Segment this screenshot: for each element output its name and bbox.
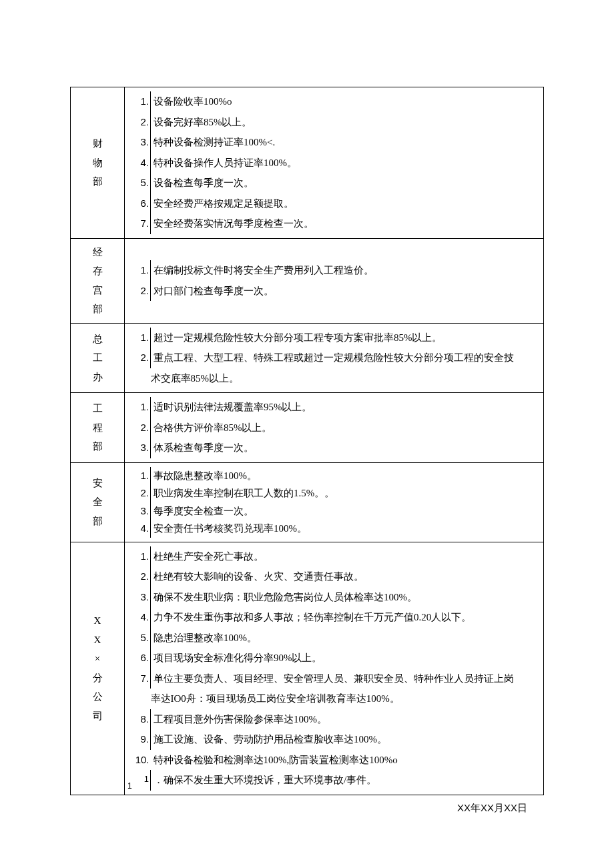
dept-char: 公: [75, 687, 120, 707]
list-item: 1.适时识别法律法规覆盖率95%以上。: [129, 397, 539, 418]
list-item: 6.项目现场安全标准化得分率90%以上。: [129, 648, 539, 669]
item-number: 2.: [129, 348, 151, 368]
dept-char: 工: [75, 399, 120, 418]
item-text-cont: 率达IO0舟：项目现场员工岗位安全培训教育率达100%。: [151, 689, 540, 709]
item-text: 确保不发生职业病：职业危险危害岗位人员体检率达100%。: [151, 587, 540, 608]
item-number: 1.: [129, 328, 151, 348]
dept-char: 程: [75, 418, 120, 438]
item-text: 设备险收率100%o: [151, 91, 540, 112]
item-number: 7.: [129, 669, 151, 689]
dept-char: 工: [75, 348, 120, 368]
list-item: 4.力争不发生重伤事故和多人事故；轻伤率控制在千万元产值0.20人以下。: [129, 607, 539, 628]
item-number: 2.: [129, 484, 151, 502]
item-list: 1.设备险收率100%o2.设备完好率85%以上。3.特种设备检测持证率100%…: [129, 91, 539, 234]
list-item: 7.安全经费落实情况每季度检查一次。: [129, 213, 539, 234]
dept-char: 部: [75, 437, 120, 456]
list-item: 10.特种设备检验和检测率达100%,防雷装置检测率达100%o: [129, 750, 539, 771]
table-row: 安全部1.事故隐患整改率100%。2.职业病发生率控制在职工人数的1.5%。。3…: [71, 462, 544, 542]
item-number: 4.: [129, 153, 151, 173]
item-number: 2.: [129, 281, 151, 302]
list-item-cont: 率达IO0舟：项目现场员工岗位安全培训教育率达100%。: [129, 689, 539, 709]
item-number: 6.: [129, 648, 151, 669]
item-number: 8.: [129, 709, 151, 730]
item-text: 职业病发生率控制在职工人数的1.5%。。: [151, 484, 540, 502]
dept-char: 司: [75, 707, 120, 726]
item-number: 4.: [129, 520, 151, 538]
list-item: 4.特种设备操作人员持证率100%。: [129, 153, 539, 173]
item-text: 力争不发生重伤事故和多人事故；轻伤率控制在千万元产值0.20人以下。: [151, 607, 540, 628]
list-item: 2.职业病发生率控制在职工人数的1.5%。。: [129, 484, 539, 502]
item-number: 6.: [129, 193, 151, 214]
dept-char: 总: [75, 330, 120, 349]
item-number: 2.: [129, 418, 151, 438]
content-cell: 1.事故隐患整改率100%。2.职业病发生率控制在职工人数的1.5%。。3.每季…: [125, 462, 544, 542]
list-item: 6.安全经费严格按规定足额提取。: [129, 193, 539, 214]
item-text: 安全经费落实情况每季度检查一次。: [151, 213, 540, 234]
main-table: 财物部1.设备险收率100%o2.设备完好率85%以上。3.特种设备检测持证率1…: [70, 87, 544, 795]
dept-cell: 安全部: [71, 462, 125, 542]
item-text: 每季度安全检查一次。: [151, 502, 540, 520]
dept-char: 部: [75, 300, 120, 319]
list-item: 1.杜绝生产安全死亡事故。: [129, 546, 539, 567]
item-number: 2.: [129, 112, 151, 133]
item-text: 项目现场安全标准化得分率90%以上。: [151, 648, 540, 669]
item-number: 4.: [129, 607, 151, 628]
item-text: 事故隐患整改率100%。: [151, 467, 540, 485]
item-text: 工程项目意外伤害保险参保率达100%。: [151, 709, 540, 730]
item-text: 超过一定规模危险性较大分部分项工程专项方案审批率85%以上。: [151, 328, 540, 348]
list-item: 8.工程项目意外伤害保险参保率达100%。: [129, 709, 539, 730]
dept-char: X: [75, 611, 120, 630]
item-text: 杜绝生产安全死亡事故。: [151, 546, 540, 567]
dept-cell: 工程部: [71, 393, 125, 463]
dept-char: 部: [75, 512, 120, 531]
list-item: 9.施工设施、设备、劳动防护用品检查脸收率达100%。: [129, 729, 539, 750]
content-cell: 1.在编制投标文件时将安全生产费用列入工程造价。2.对口部门检查每季度一次。: [125, 238, 544, 323]
item-list: 1.在编制投标文件时将安全生产费用列入工程造价。2.对口部门检查每季度一次。: [129, 260, 539, 301]
item-text-cont: 术交底率85%以上。: [151, 368, 540, 389]
item-list: 1.适时识别法律法规覆盖率95%以上。2.合格供方评价率85%以上。3.体系检查…: [129, 397, 539, 458]
item-text: 杜绝有较大影响的设备、火灾、交通责任事故。: [151, 566, 540, 587]
item-number: 1.: [129, 397, 151, 418]
item-text: 特种设备操作人员持证率100%。: [151, 153, 540, 173]
item-list: 1.杜绝生产安全死亡事故。2.杜绝有较大影响的设备、火灾、交通责任事故。3.确保…: [129, 546, 539, 791]
dept-cell: 经存宫部: [71, 238, 125, 323]
dept-char: 部: [75, 172, 120, 191]
item-text: 特种设备检测持证率100%<.: [151, 132, 540, 153]
item-list: 1.超过一定规模危险性较大分部分项工程专项方案审批率85%以上。2.重点工程、大…: [129, 328, 539, 389]
list-item-cont: 术交底率85%以上。: [129, 368, 539, 389]
dept-char: 办: [75, 368, 120, 387]
item-number: 1.: [129, 260, 151, 281]
dept-char: 全: [75, 492, 120, 512]
item-number-empty: [129, 368, 151, 389]
table-row: XX×分公司11.杜绝生产安全死亡事故。2.杜绝有较大影响的设备、火灾、交通责任…: [71, 542, 544, 795]
item-number: 1.: [129, 91, 151, 112]
item-text: 合格供方评价率85%以上。: [151, 418, 540, 438]
footnote-marker: 1: [127, 780, 132, 792]
item-number: 2.: [129, 566, 151, 587]
list-item: 5.隐患治理整改率100%。: [129, 628, 539, 648]
list-item: 7.单位主要负责人、项目经理、安全管理人员、兼职安全员、特种作业人员持证上岗: [129, 669, 539, 689]
dept-cell: 财物部: [71, 87, 125, 239]
dept-char: 经: [75, 243, 120, 262]
item-text: 隐患治理整改率100%。: [151, 628, 540, 648]
list-item: 5.设备检查每季度一次。: [129, 173, 539, 193]
item-number: 5.: [129, 173, 151, 193]
item-text: 设备检查每季度一次。: [151, 173, 540, 193]
dept-char: 存: [75, 262, 120, 281]
list-item: 1.超过一定规模危险性较大分部分项工程专项方案审批率85%以上。: [129, 328, 539, 348]
list-item: 3.每季度安全检查一次。: [129, 502, 539, 520]
document-page: 财物部1.设备险收率100%o2.设备完好率85%以上。3.特种设备检测持证率1…: [0, 0, 614, 868]
list-item: 2.合格供方评价率85%以上。: [129, 418, 539, 438]
list-item: 1．确保不发生重大环境投诉，重大环境事故/事件。: [129, 770, 539, 791]
dept-cell: 总工办: [71, 323, 125, 393]
item-number: 3.: [129, 587, 151, 608]
table-row: 总工办1.超过一定规模危险性较大分部分项工程专项方案审批率85%以上。2.重点工…: [71, 323, 544, 393]
item-text: 单位主要负责人、项目经理、安全管理人员、兼职安全员、特种作业人员持证上岗: [151, 669, 540, 689]
list-item: 2.设备完好率85%以上。: [129, 112, 539, 133]
footer-date: XX年XX月XX日: [457, 801, 527, 816]
item-text: 重点工程、大型工程、特殊工程或超过一定规模危险性较大分部分项工程的安全技: [151, 348, 540, 368]
dept-cell: XX×分公司: [71, 542, 125, 795]
item-list: 1.事故隐患整改率100%。2.职业病发生率控制在职工人数的1.5%。。3.每季…: [129, 467, 539, 538]
item-text: 特种设备检验和检测率达100%,防雷装置检测率达100%o: [151, 750, 540, 771]
item-number: 5.: [129, 628, 151, 648]
